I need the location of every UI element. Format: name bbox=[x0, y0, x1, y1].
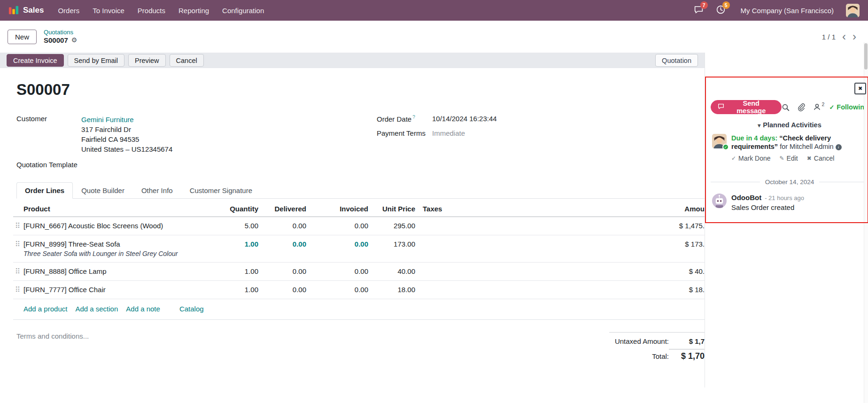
drag-handle-icon[interactable]: ⠿ bbox=[13, 235, 23, 263]
payment-terms-value[interactable]: Immediate bbox=[432, 129, 465, 137]
invoiced-cell[interactable]: 0.00 bbox=[306, 217, 368, 235]
pager-value[interactable]: 1 / 1 bbox=[822, 33, 836, 41]
quantity-cell[interactable]: 5.00 bbox=[229, 217, 258, 235]
pencil-icon: ✎ bbox=[780, 154, 784, 163]
quantity-cell[interactable]: 1.00 bbox=[229, 263, 258, 281]
unit-price-cell[interactable]: 295.00 bbox=[368, 217, 415, 235]
catalog-link[interactable]: Catalog bbox=[179, 305, 204, 313]
delivered-cell[interactable]: 0.00 bbox=[258, 235, 306, 263]
tab-other-info[interactable]: Other Info bbox=[133, 182, 181, 199]
tab-order-lines[interactable]: Order Lines bbox=[16, 182, 73, 199]
messages-button[interactable]: 7 bbox=[694, 5, 704, 16]
attachments-icon[interactable] bbox=[798, 103, 805, 111]
send-message-button[interactable]: Send message bbox=[711, 100, 782, 114]
column-header-amount: Amount bbox=[481, 202, 705, 217]
followers-icon[interactable]: 2 bbox=[813, 103, 821, 111]
search-messages-icon[interactable] bbox=[782, 103, 790, 111]
customer-address-line: Fairfield CA 94535 bbox=[81, 134, 172, 144]
new-button[interactable]: New bbox=[8, 30, 37, 44]
drag-handle-icon[interactable]: ⠿ bbox=[13, 281, 23, 299]
unit-price-cell[interactable]: 173.00 bbox=[368, 235, 415, 263]
add-section-link[interactable]: Add a section bbox=[75, 305, 118, 313]
taxes-cell[interactable] bbox=[415, 235, 481, 263]
quantity-cell[interactable]: 1.00 bbox=[229, 281, 258, 299]
app-name[interactable]: Sales bbox=[23, 6, 44, 15]
product-cell[interactable]: [FURN_8888] Office Lamp bbox=[23, 263, 229, 281]
add-note-link[interactable]: Add a note bbox=[126, 305, 160, 313]
terms-and-conditions-field[interactable]: Terms and conditions... bbox=[16, 332, 89, 363]
order-line-row[interactable]: ⠿ [FURN_8999] Three-Seat Sofa Three Seat… bbox=[13, 235, 705, 263]
info-icon[interactable]: i bbox=[836, 144, 842, 150]
scrollbar-thumb[interactable] bbox=[864, 43, 868, 70]
drag-handle-icon[interactable]: ⠿ bbox=[13, 263, 23, 281]
form-sheet: S00007 Customer Gemini Furniture 317 Fai… bbox=[0, 68, 705, 388]
following-button[interactable]: ✓ Following bbox=[829, 103, 868, 111]
product-cell[interactable]: [FURN_7777] Office Chair bbox=[23, 281, 229, 299]
invoiced-cell[interactable]: 0.00 bbox=[306, 235, 368, 263]
close-icon[interactable]: ✖ bbox=[854, 83, 866, 94]
product-description: Three Seater Sofa with Lounger in Steel … bbox=[23, 250, 229, 257]
cancel-activity-button[interactable]: ✖Cancel bbox=[807, 154, 835, 163]
tab-quote-builder[interactable]: Quote Builder bbox=[73, 182, 133, 199]
activities-button[interactable]: 5 bbox=[716, 5, 726, 16]
add-product-link[interactable]: Add a product bbox=[23, 305, 67, 313]
stage-quotation-button[interactable]: Quotation bbox=[655, 54, 698, 67]
menu-reporting[interactable]: Reporting bbox=[178, 7, 209, 15]
delivered-cell[interactable]: 0.00 bbox=[258, 281, 306, 299]
delivered-cell[interactable]: 0.00 bbox=[258, 263, 306, 281]
cancel-button[interactable]: Cancel bbox=[170, 54, 204, 67]
create-invoice-button[interactable]: Create Invoice bbox=[7, 54, 64, 67]
quantity-cell[interactable]: 1.00 bbox=[229, 235, 258, 263]
taxes-cell[interactable] bbox=[415, 263, 481, 281]
menu-to-invoice[interactable]: To Invoice bbox=[93, 7, 124, 15]
page-scrollbar[interactable] bbox=[864, 42, 868, 403]
odoobot-avatar bbox=[712, 194, 727, 208]
menu-orders[interactable]: Orders bbox=[58, 7, 79, 15]
sheet-footer: Terms and conditions... Untaxed Amount: … bbox=[13, 332, 705, 363]
delivered-cell[interactable]: 0.00 bbox=[258, 217, 306, 235]
untaxed-amount-label: Untaxed Amount: bbox=[615, 337, 669, 345]
activity-assignee: for Mitchell Admin bbox=[780, 143, 833, 150]
breadcrumb-quotations[interactable]: Quotations bbox=[44, 29, 77, 36]
customer-link[interactable]: Gemini Furniture bbox=[81, 116, 134, 124]
help-icon[interactable]: ? bbox=[412, 115, 415, 120]
order-line-row[interactable]: ⠿ [FURN_7777] Office Chair 1.00 0.00 0.0… bbox=[13, 281, 705, 299]
order-line-row[interactable]: ⠿ [FURN_8888] Office Lamp 1.00 0.00 0.00… bbox=[13, 263, 705, 281]
date-separator: October 14, 2024 bbox=[711, 178, 868, 186]
unit-price-cell[interactable]: 18.00 bbox=[368, 281, 415, 299]
unit-price-cell[interactable]: 40.00 bbox=[368, 263, 415, 281]
customer-address-line: 317 Fairchild Dr bbox=[81, 124, 172, 134]
tab-customer-signature[interactable]: Customer Signature bbox=[181, 182, 261, 199]
message-body: Sales Order created bbox=[731, 203, 804, 211]
send-by-email-button[interactable]: Send by Email bbox=[68, 54, 125, 67]
activity-summary-line: Due in 4 days: “Check delivery requireme… bbox=[731, 134, 868, 151]
taxes-cell[interactable] bbox=[415, 281, 481, 299]
chat-bubble-icon bbox=[718, 103, 724, 111]
pager-next-button[interactable]: › bbox=[852, 31, 856, 42]
order-line-actions: Add a product Add a section Add a note C… bbox=[13, 299, 705, 320]
user-avatar[interactable] bbox=[846, 4, 860, 17]
product-cell[interactable]: [FURN_8999] Three-Seat Sofa Three Seater… bbox=[23, 235, 229, 263]
mark-done-button[interactable]: ✓Mark Done bbox=[731, 154, 771, 163]
message-author[interactable]: OdooBot bbox=[731, 194, 761, 202]
gear-icon[interactable]: ⚙ bbox=[71, 36, 78, 44]
planned-activity-item: ✓ Due in 4 days: “Check delivery require… bbox=[711, 134, 868, 163]
activity-avatar: ✓ bbox=[712, 134, 727, 148]
preview-button[interactable]: Preview bbox=[128, 54, 166, 67]
taxes-cell[interactable] bbox=[415, 217, 481, 235]
drag-handle-icon[interactable]: ⠿ bbox=[13, 217, 23, 235]
product-cell[interactable]: [FURN_6667] Acoustic Bloc Screens (Wood) bbox=[23, 217, 229, 235]
order-date-value[interactable]: 10/14/2024 16:23:44 bbox=[432, 115, 497, 123]
invoiced-cell[interactable]: 0.00 bbox=[306, 263, 368, 281]
pager-previous-button[interactable]: ‹ bbox=[842, 31, 846, 42]
invoiced-cell[interactable]: 0.00 bbox=[306, 281, 368, 299]
planned-activities-header[interactable]: ▾Planned Activities bbox=[711, 121, 868, 129]
company-switcher[interactable]: My Company (San Francisco) bbox=[741, 7, 834, 15]
edit-activity-button[interactable]: ✎Edit bbox=[780, 154, 798, 163]
order-line-row[interactable]: ⠿ [FURN_6667] Acoustic Bloc Screens (Woo… bbox=[13, 217, 705, 235]
column-header-quantity: Quantity bbox=[229, 202, 258, 217]
order-date-label: Order Date? bbox=[377, 115, 432, 123]
menu-configuration[interactable]: Configuration bbox=[222, 7, 264, 15]
odoo-apps-logo[interactable] bbox=[8, 5, 19, 16]
menu-products[interactable]: Products bbox=[138, 7, 165, 15]
